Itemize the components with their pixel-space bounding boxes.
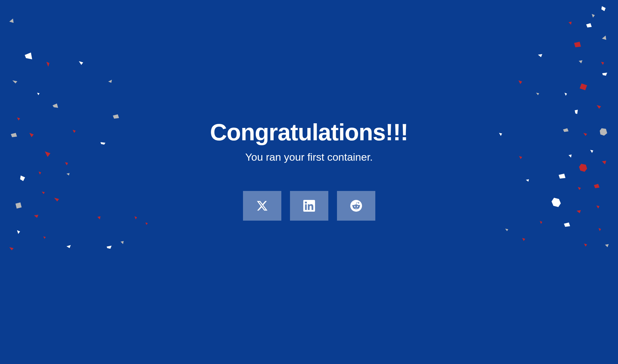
svg-marker-38 xyxy=(601,62,604,65)
svg-marker-44 xyxy=(565,93,567,96)
share-button-row xyxy=(243,191,375,221)
svg-marker-63 xyxy=(518,80,522,84)
share-linkedin-button[interactable] xyxy=(290,191,328,221)
confetti-decoration xyxy=(574,42,581,47)
confetti-decoration xyxy=(563,128,569,132)
svg-marker-9 xyxy=(100,142,105,145)
confetti-decoration xyxy=(597,105,601,109)
svg-marker-46 xyxy=(583,133,587,136)
confetti-decoration xyxy=(578,187,581,190)
confetti-decoration xyxy=(577,210,581,213)
confetti-decoration xyxy=(518,80,522,84)
confetti-decoration xyxy=(584,243,587,247)
svg-marker-35 xyxy=(602,36,606,40)
svg-marker-39 xyxy=(602,73,607,76)
svg-marker-65 xyxy=(499,133,502,136)
confetti-decoration xyxy=(73,130,76,133)
confetti-decoration xyxy=(121,241,124,244)
page-subheading: You ran your first container. xyxy=(245,151,373,163)
confetti-decoration xyxy=(17,117,20,121)
svg-marker-69 xyxy=(522,238,525,241)
svg-marker-56 xyxy=(596,205,599,209)
confetti-decoration xyxy=(559,174,565,179)
confetti-decoration xyxy=(134,216,137,219)
page-heading: Congratulations!!! xyxy=(210,119,408,146)
share-reddit-button[interactable] xyxy=(337,191,375,221)
confetti-decoration xyxy=(594,184,599,188)
svg-marker-17 xyxy=(54,198,59,201)
svg-marker-5 xyxy=(53,104,58,108)
confetti-decoration xyxy=(97,216,100,219)
confetti-decoration xyxy=(66,173,70,176)
confetti-decoration xyxy=(522,238,525,241)
svg-marker-19 xyxy=(17,230,20,234)
confetti-decoration xyxy=(79,61,83,65)
confetti-decoration xyxy=(46,62,49,67)
svg-marker-70 xyxy=(505,229,508,231)
confetti-decoration xyxy=(602,161,606,164)
svg-marker-53 xyxy=(594,184,599,188)
confetti-decoration xyxy=(601,62,604,65)
svg-marker-0 xyxy=(9,19,14,23)
svg-marker-32 xyxy=(601,6,606,11)
svg-marker-23 xyxy=(108,80,112,83)
confetti-decoration xyxy=(11,133,17,137)
share-twitter-button[interactable] xyxy=(243,191,281,221)
confetti-decoration xyxy=(17,230,20,234)
svg-marker-24 xyxy=(113,114,119,119)
confetti-decoration xyxy=(579,164,587,172)
confetti-decoration xyxy=(602,73,607,76)
svg-marker-50 xyxy=(579,164,587,172)
svg-marker-13 xyxy=(39,171,41,175)
svg-marker-20 xyxy=(9,247,14,250)
svg-marker-3 xyxy=(12,80,17,83)
svg-marker-22 xyxy=(79,61,83,65)
confetti-decoration xyxy=(108,80,112,83)
svg-marker-43 xyxy=(575,110,578,114)
svg-marker-51 xyxy=(569,154,572,158)
svg-marker-66 xyxy=(519,156,522,159)
svg-marker-42 xyxy=(597,105,601,109)
confetti-decoration xyxy=(569,154,572,158)
confetti-decoration xyxy=(20,176,25,181)
confetti-decoration xyxy=(43,236,46,239)
confetti-decoration xyxy=(54,198,59,201)
svg-marker-37 xyxy=(569,22,572,25)
svg-marker-15 xyxy=(15,202,22,209)
confetti-decoration xyxy=(540,221,542,224)
svg-marker-62 xyxy=(538,54,542,57)
confetti-decoration xyxy=(596,205,599,209)
svg-marker-27 xyxy=(107,246,112,249)
svg-marker-64 xyxy=(536,93,539,95)
confetti-decoration xyxy=(519,156,522,159)
confetti-decoration xyxy=(583,133,587,136)
svg-marker-11 xyxy=(65,162,68,165)
confetti-decoration xyxy=(34,215,38,218)
svg-marker-54 xyxy=(578,187,581,190)
confetti-decoration xyxy=(579,60,582,63)
svg-marker-41 xyxy=(580,83,587,90)
confetti-decoration xyxy=(599,228,601,231)
svg-marker-31 xyxy=(66,245,71,248)
confetti-decoration xyxy=(53,104,58,108)
svg-marker-28 xyxy=(121,241,124,244)
confetti-decoration xyxy=(45,151,50,157)
confetti-decoration xyxy=(9,247,14,250)
svg-marker-21 xyxy=(43,236,46,239)
svg-marker-18 xyxy=(34,215,38,218)
confetti-decoration xyxy=(499,133,502,136)
svg-marker-8 xyxy=(29,133,34,137)
confetti-decoration xyxy=(564,222,570,227)
svg-marker-34 xyxy=(586,23,592,28)
confetti-decoration xyxy=(37,93,40,95)
svg-marker-6 xyxy=(17,117,20,121)
confetti-decoration xyxy=(107,246,112,249)
confetti-decoration xyxy=(65,162,68,165)
svg-marker-55 xyxy=(552,198,561,207)
confetti-decoration xyxy=(12,80,17,83)
svg-marker-57 xyxy=(577,210,581,213)
confetti-decoration xyxy=(569,22,572,25)
confetti-decoration xyxy=(42,192,45,194)
confetti-decoration xyxy=(505,229,508,231)
svg-marker-40 xyxy=(579,60,582,63)
